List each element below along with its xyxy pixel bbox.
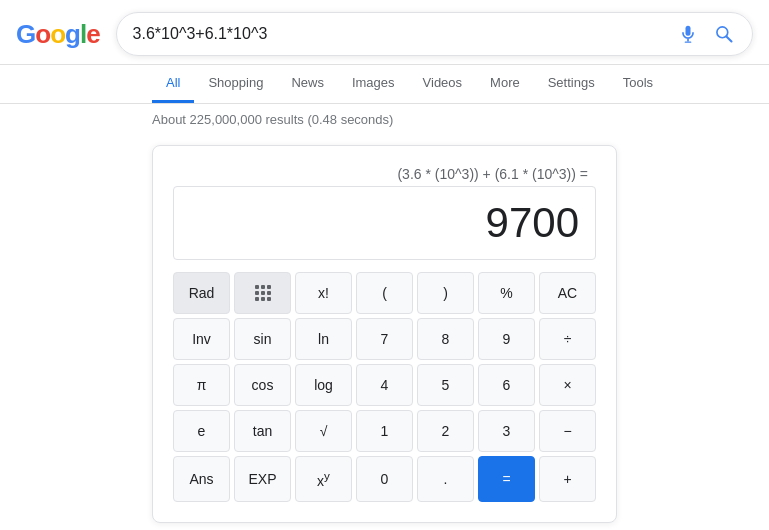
pi-button[interactable]: π: [173, 364, 230, 406]
nav-right: Settings Tools: [534, 65, 667, 103]
calculator: (3.6 * (10^3)) + (6.1 * (10^3)) = 9700 R…: [152, 145, 617, 523]
nav-left: All Shopping News Images Videos More: [152, 65, 534, 103]
log-button[interactable]: log: [295, 364, 352, 406]
divide-button[interactable]: ÷: [539, 318, 596, 360]
nine-button[interactable]: 9: [478, 318, 535, 360]
svg-rect-0: [687, 39, 689, 42]
search-input[interactable]: [133, 25, 666, 43]
sqrt-button[interactable]: √: [295, 410, 352, 452]
power-button[interactable]: xy: [295, 456, 352, 502]
search-icons: [676, 22, 736, 46]
ans-button[interactable]: Ans: [173, 456, 230, 502]
calc-buttons: Rad x! ( ) % AC Inv sin ln 7 8 9 ÷ π cos…: [173, 272, 596, 502]
close-paren-button[interactable]: ): [417, 272, 474, 314]
seven-button[interactable]: 7: [356, 318, 413, 360]
deg-grid-button[interactable]: [234, 272, 291, 314]
header: Google: [0, 0, 769, 65]
plus-button[interactable]: +: [539, 456, 596, 502]
microphone-icon[interactable]: [676, 22, 700, 46]
nav-item-more[interactable]: More: [476, 65, 534, 103]
minus-button[interactable]: −: [539, 410, 596, 452]
rad-button[interactable]: Rad: [173, 272, 230, 314]
percent-button[interactable]: %: [478, 272, 535, 314]
svg-line-3: [726, 36, 731, 41]
four-button[interactable]: 4: [356, 364, 413, 406]
calc-expression: (3.6 * (10^3)) + (6.1 * (10^3)) =: [173, 166, 596, 182]
open-paren-button[interactable]: (: [356, 272, 413, 314]
calc-display: 9700: [173, 186, 596, 260]
svg-rect-1: [685, 42, 692, 43]
e-button[interactable]: e: [173, 410, 230, 452]
multiply-button[interactable]: ×: [539, 364, 596, 406]
ln-button[interactable]: ln: [295, 318, 352, 360]
inv-button[interactable]: Inv: [173, 318, 230, 360]
three-button[interactable]: 3: [478, 410, 535, 452]
search-bar: [116, 12, 753, 56]
nav-bar: All Shopping News Images Videos More Set…: [0, 65, 769, 104]
nav-item-shopping[interactable]: Shopping: [194, 65, 277, 103]
results-info: About 225,000,000 results (0.48 seconds): [0, 104, 769, 135]
nav-item-all[interactable]: All: [152, 65, 194, 103]
decimal-button[interactable]: .: [417, 456, 474, 502]
nav-item-tools[interactable]: Tools: [609, 65, 667, 103]
nav-item-images[interactable]: Images: [338, 65, 409, 103]
five-button[interactable]: 5: [417, 364, 474, 406]
cos-button[interactable]: cos: [234, 364, 291, 406]
equals-button[interactable]: =: [478, 456, 535, 502]
two-button[interactable]: 2: [417, 410, 474, 452]
zero-button[interactable]: 0: [356, 456, 413, 502]
exp-button[interactable]: EXP: [234, 456, 291, 502]
nav-item-settings[interactable]: Settings: [534, 65, 609, 103]
eight-button[interactable]: 8: [417, 318, 474, 360]
search-icon[interactable]: [712, 22, 736, 46]
nav-item-news[interactable]: News: [277, 65, 338, 103]
google-logo: Google: [16, 19, 100, 50]
ac-button[interactable]: AC: [539, 272, 596, 314]
six-button[interactable]: 6: [478, 364, 535, 406]
one-button[interactable]: 1: [356, 410, 413, 452]
tan-button[interactable]: tan: [234, 410, 291, 452]
sin-button[interactable]: sin: [234, 318, 291, 360]
grid-icon: [255, 285, 271, 301]
nav-item-videos[interactable]: Videos: [409, 65, 477, 103]
factorial-button[interactable]: x!: [295, 272, 352, 314]
